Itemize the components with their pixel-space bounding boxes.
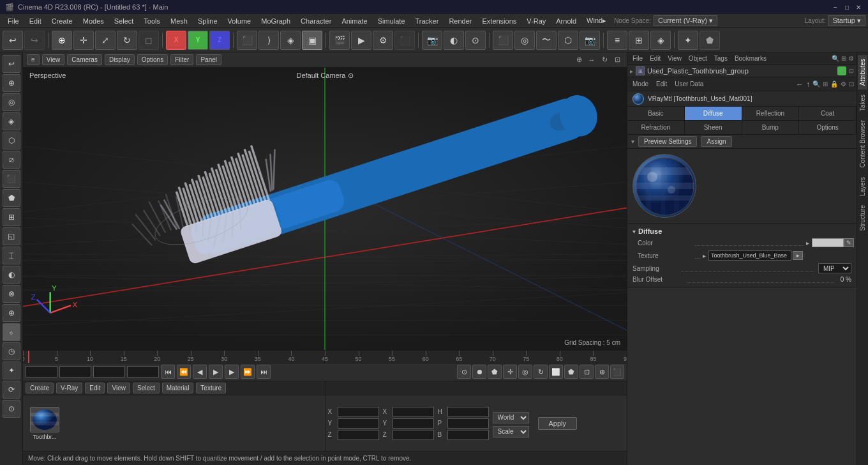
attr-edit-btn[interactable]: Edit <box>654 80 670 88</box>
vp-menu-toggle[interactable]: ≡ <box>27 54 40 65</box>
playhead[interactable] <box>28 351 29 363</box>
vp-filter-menu[interactable]: Filter <box>170 54 193 65</box>
sidebar-tool-19[interactable]: ⊙ <box>3 400 20 418</box>
rotate-tool[interactable]: ↻ <box>117 31 137 50</box>
menu-animate[interactable]: Animate <box>336 16 372 26</box>
b-input[interactable]: 0 ° <box>447 430 489 440</box>
tab-bump-2[interactable]: Bump <box>742 121 800 134</box>
tab-reflection[interactable]: Reflection <box>742 107 800 120</box>
p-input[interactable]: 0 ° <box>447 418 489 429</box>
floor-object[interactable]: ≡ <box>607 31 627 50</box>
attr-search-icon[interactable]: 🔍 <box>812 80 820 88</box>
y-input[interactable]: 0 cm <box>338 418 379 429</box>
transform-tool[interactable]: ◻ <box>138 31 159 50</box>
minimize-button[interactable]: − <box>831 3 840 11</box>
h-input[interactable]: 0 ° <box>447 407 489 417</box>
point-mode[interactable]: ⬛ <box>237 31 257 50</box>
menu-spline[interactable]: Spline <box>193 16 223 26</box>
tab-options-2[interactable]: Options <box>799 121 857 134</box>
sidebar-tool-8[interactable]: ⬟ <box>3 189 20 207</box>
om-filter-icon[interactable]: ⊞ <box>841 55 846 62</box>
sidebar-tool-4[interactable]: ◈ <box>3 112 20 130</box>
menu-extensions[interactable]: Extensions <box>477 16 521 26</box>
sidebar-tool-3[interactable]: ◎ <box>3 93 20 111</box>
sidebar-tool-5[interactable]: ⬡ <box>3 132 20 149</box>
mat-material-btn[interactable]: Material <box>162 383 194 393</box>
z-input[interactable]: 0 cm <box>338 430 379 440</box>
menu-render[interactable]: Render <box>444 16 477 26</box>
timeline-ruler[interactable]: 051015202530354045505560657075808590 <box>23 351 627 363</box>
menu-arnold[interactable]: Arnold <box>551 16 581 26</box>
menu-edit[interactable]: Edit <box>24 16 47 26</box>
sidebar-tool-1[interactable]: ↩ <box>3 55 20 73</box>
preview-expand-icon[interactable]: ▾ <box>631 138 634 145</box>
close-button[interactable]: ✕ <box>854 3 863 11</box>
tl-icon-8[interactable]: ⬟ <box>564 365 578 379</box>
vp-view-menu[interactable]: View <box>42 54 65 65</box>
mat-view-btn[interactable]: View <box>107 383 130 393</box>
attr-forward-icon[interactable]: ↑ <box>806 80 810 89</box>
step-forward-button[interactable]: ▶ <box>225 365 239 379</box>
menu-vray[interactable]: V-Ray <box>521 16 551 26</box>
prev-frame-button[interactable]: ⏪ <box>177 365 191 379</box>
model-mode[interactable]: ▣ <box>302 31 322 50</box>
next-frame-button[interactable]: ⏩ <box>241 365 255 379</box>
vp-icon-2[interactable]: ↔ <box>586 54 597 66</box>
undo-button[interactable]: ↩ <box>3 31 23 50</box>
goto-end-button[interactable]: ⏭ <box>257 365 271 379</box>
tl-icon-11[interactable]: ⬛ <box>610 365 624 379</box>
start-frame-input[interactable]: 0 F <box>59 366 91 377</box>
sampling-dropdown[interactable]: MIP None SAT <box>818 263 851 273</box>
texture-edit-button[interactable]: ▸ <box>793 251 803 260</box>
om-edit-btn[interactable]: Edit <box>647 54 663 63</box>
tab-refraction-2[interactable]: Refraction <box>627 121 685 134</box>
end-frame-input[interactable]: 90 F <box>93 366 125 377</box>
effector[interactable]: ◈ <box>650 31 671 50</box>
node-space-dropdown[interactable]: Current (V-Ray) ▾ <box>654 15 717 26</box>
far-tab-attributes[interactable]: Attributes <box>858 55 867 89</box>
om-object-btn[interactable]: Object <box>686 54 710 63</box>
camera-object[interactable]: 📷 <box>580 31 600 50</box>
mat-edit-btn[interactable]: Edit <box>85 383 105 393</box>
sidebar-tool-13[interactable]: ⊗ <box>3 285 20 303</box>
vp-icon-1[interactable]: ⊕ <box>573 54 585 66</box>
mat-select-btn[interactable]: Select <box>133 383 160 393</box>
sidebar-tool-7[interactable]: ⬛ <box>3 170 20 188</box>
preview-settings-btn[interactable]: Preview Settings <box>638 136 697 147</box>
attr-lock-icon[interactable]: 🔒 <box>830 80 838 88</box>
play-button[interactable]: ▶ <box>209 365 223 379</box>
render-active-view[interactable]: ▶ <box>351 31 371 50</box>
color-edit-button[interactable]: ✎ <box>844 238 854 247</box>
ry-input[interactable]: 0 cm <box>393 418 434 429</box>
rx-input[interactable]: 0 cm <box>393 407 434 417</box>
tab-sheen-2[interactable]: Sheen <box>685 121 742 134</box>
mat-texture-btn[interactable]: Texture <box>196 383 226 393</box>
menu-file[interactable]: File <box>3 16 24 26</box>
sidebar-tool-15[interactable]: ⬦ <box>3 323 20 341</box>
vp-options-menu[interactable]: Options <box>137 54 168 65</box>
tl-icon-6[interactable]: ↻ <box>534 365 548 379</box>
tl-icon-5[interactable]: ◎ <box>518 365 532 379</box>
attr-filter-icon[interactable]: ⊞ <box>823 80 828 88</box>
scale-tool[interactable]: ⤢ <box>95 31 116 50</box>
menu-mesh[interactable]: Mesh <box>165 16 193 26</box>
sidebar-tool-18[interactable]: ⟳ <box>3 381 20 399</box>
menu-wind[interactable]: Wind▸ <box>581 15 611 26</box>
far-tab-structure[interactable]: Structure <box>858 201 867 235</box>
y-axis-btn[interactable]: Y <box>188 31 208 50</box>
attr-userdata-btn[interactable]: User Data <box>672 80 706 88</box>
redo-button[interactable]: ↪ <box>24 31 45 50</box>
attr-back-icon[interactable]: ← <box>796 80 804 89</box>
apply-button[interactable]: Apply <box>538 417 578 430</box>
render-region[interactable]: 🎬 <box>329 31 350 50</box>
vp-icon-3[interactable]: ↻ <box>599 54 610 66</box>
sidebar-tool-10[interactable]: ◱ <box>3 227 20 245</box>
attr-settings-icon[interactable]: ⚙ <box>841 80 846 88</box>
sidebar-tool-11[interactable]: ⌶ <box>3 247 20 264</box>
maximize-button[interactable]: □ <box>842 3 851 11</box>
render-to-picture-viewer[interactable]: 📷 <box>422 31 442 50</box>
attr-expand-icon[interactable]: ⊡ <box>849 80 854 88</box>
menu-volume[interactable]: Volume <box>223 16 257 26</box>
current-frame-input[interactable]: 0 F <box>26 366 57 377</box>
cube-object[interactable]: ⬛ <box>493 31 513 50</box>
